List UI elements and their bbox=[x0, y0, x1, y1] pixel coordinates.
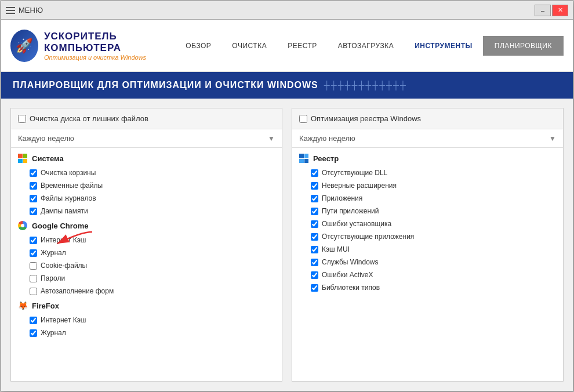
checkbox-chrome-cache[interactable] bbox=[30, 237, 37, 244]
nav-registry[interactable]: РЕЕСТР bbox=[277, 37, 328, 55]
list-item: Библиотеки типов bbox=[292, 281, 563, 294]
page-title: ПЛАНИРОВЩИК ДЛЯ ОПТИМИЗАЦИИ И ОЧИСТКИ WI… bbox=[13, 80, 318, 90]
right-panel-dropdown[interactable]: Каждую неделю ▼ bbox=[292, 129, 563, 148]
checkbox-missing-dll[interactable] bbox=[311, 169, 318, 177]
group-registry-label: Реестр bbox=[313, 154, 339, 163]
left-panel-dropdown[interactable]: Каждую неделю ▼ bbox=[11, 129, 282, 148]
hamburger-menu[interactable] bbox=[6, 7, 15, 14]
list-item: Приложения bbox=[292, 192, 563, 205]
label-win-services[interactable]: Службы Windows bbox=[322, 258, 378, 266]
label-chrome-cache[interactable]: Интернет Кэш bbox=[41, 236, 86, 244]
label-missing-dll[interactable]: Отсутствующие DLL bbox=[322, 169, 387, 177]
list-item: Неверные расширения bbox=[292, 179, 563, 192]
nav-cleaning[interactable]: ОЧИСТКА bbox=[221, 37, 277, 55]
checkbox-dumps[interactable] bbox=[30, 208, 37, 215]
right-dropdown-arrow: ▼ bbox=[549, 135, 556, 143]
checkbox-ff-cache[interactable] bbox=[30, 317, 37, 324]
checkbox-mui-cache[interactable] bbox=[311, 246, 318, 253]
disk-cleanup-checkbox[interactable] bbox=[18, 115, 26, 123]
left-dropdown-value: Каждую неделю bbox=[18, 134, 74, 143]
label-chrome-passwords[interactable]: Пароли bbox=[41, 274, 65, 282]
list-item: Интернет Кэш bbox=[11, 234, 282, 246]
windows-icon bbox=[18, 154, 27, 163]
label-missing-apps[interactable]: Отсутствующие приложения bbox=[322, 233, 414, 241]
list-item: Журнал bbox=[11, 246, 282, 259]
app-header: 🚀 УСКОРИТЕЛЬ КОМПЬЮТЕРА Оптимизация и оч… bbox=[1, 20, 573, 72]
window-controls: – ✕ bbox=[535, 5, 568, 16]
registry-icon bbox=[299, 154, 308, 163]
nav-tools[interactable]: ИНСТРУМЕНТЫ bbox=[404, 37, 483, 55]
label-mui-cache[interactable]: Кэш MUI bbox=[322, 245, 350, 253]
label-dumps[interactable]: Дампы памяти bbox=[41, 207, 88, 215]
label-chrome-history[interactable]: Журнал bbox=[41, 249, 66, 257]
left-panel: Очистка диска от лишних файлов Каждую не… bbox=[10, 108, 282, 382]
group-registry: Реестр bbox=[292, 150, 563, 166]
logo-title: УСКОРИТЕЛЬ КОМПЬЮТЕРА bbox=[44, 31, 175, 54]
group-chrome: Google Chrome bbox=[11, 217, 282, 234]
firefox-icon: 🦊 bbox=[18, 301, 27, 310]
nav-overview[interactable]: ОБЗОР bbox=[175, 37, 221, 55]
list-item: Пути приложений bbox=[292, 205, 563, 217]
chrome-icon bbox=[18, 221, 27, 230]
page-title-bar: ПЛАНИРОВЩИК ДЛЯ ОПТИМИЗАЦИИ И ОЧИСТКИ WI… bbox=[1, 72, 573, 99]
registry-optimize-checkbox[interactable] bbox=[299, 115, 307, 123]
checkbox-tempfiles[interactable] bbox=[30, 182, 37, 190]
menu-label: МЕНЮ bbox=[19, 6, 43, 14]
label-recycle[interactable]: Очистка корзины bbox=[41, 169, 96, 177]
label-activex[interactable]: Ошибки ActiveX bbox=[322, 271, 373, 279]
group-chrome-label: Google Chrome bbox=[32, 222, 89, 230]
checkbox-missing-apps[interactable] bbox=[311, 233, 318, 241]
checkbox-chrome-passwords[interactable] bbox=[30, 275, 37, 282]
list-item: Автозаполнение форм bbox=[11, 285, 282, 297]
label-wrong-ext[interactable]: Неверные расширения bbox=[322, 182, 397, 190]
label-type-libs[interactable]: Библиотеки типов bbox=[322, 284, 380, 292]
checkbox-activex[interactable] bbox=[311, 271, 318, 279]
label-installer-errors[interactable]: Ошибки установщика bbox=[322, 220, 391, 228]
registry-optimize-label[interactable]: Оптимизация реестра Windows bbox=[311, 114, 421, 123]
checkbox-installer-errors[interactable] bbox=[311, 220, 318, 228]
checkbox-apps[interactable] bbox=[311, 195, 318, 202]
logo-text: УСКОРИТЕЛЬ КОМПЬЮТЕРА Оптимизация и очис… bbox=[44, 31, 175, 61]
checkbox-chrome-cookies[interactable] bbox=[30, 262, 37, 270]
checkbox-chrome-autofill[interactable] bbox=[30, 288, 37, 295]
list-item: Отсутствующие DLL bbox=[292, 166, 563, 179]
disk-cleanup-label[interactable]: Очистка диска от лишних файлов bbox=[30, 114, 148, 123]
group-firefox: 🦊 FireFox bbox=[11, 297, 282, 314]
checkbox-wrong-ext[interactable] bbox=[311, 182, 318, 190]
label-ff-history[interactable]: Журнал bbox=[41, 329, 66, 337]
label-apps[interactable]: Приложения bbox=[322, 194, 362, 202]
nav-bar: ОБЗОР ОЧИСТКА РЕЕСТР АВТОЗАГРУЗКА ИНСТРУ… bbox=[175, 36, 564, 56]
checkbox-chrome-history[interactable] bbox=[30, 249, 37, 257]
right-panel-list: Реестр Отсутствующие DLL Неверные расшир… bbox=[292, 148, 563, 381]
right-panel-checkbox-row: Оптимизация реестра Windows bbox=[299, 114, 556, 123]
list-item: Очистка корзины bbox=[11, 166, 282, 179]
nav-scheduler[interactable]: ПЛАНИРОВЩИК bbox=[483, 36, 564, 56]
list-item: Cookie-файлы bbox=[11, 259, 282, 272]
right-dropdown-value: Каждую неделю bbox=[299, 134, 355, 143]
label-ff-cache[interactable]: Интернет Кэш bbox=[41, 316, 86, 324]
close-button[interactable]: ✕ bbox=[552, 5, 568, 16]
checkbox-type-libs[interactable] bbox=[311, 284, 318, 292]
label-logs[interactable]: Файлы журналов bbox=[41, 194, 96, 202]
logo-area: 🚀 УСКОРИТЕЛЬ КОМПЬЮТЕРА Оптимизация и оч… bbox=[10, 30, 175, 62]
checkbox-app-paths[interactable] bbox=[311, 208, 318, 215]
checkbox-recycle[interactable] bbox=[30, 169, 37, 177]
minimize-button[interactable]: – bbox=[535, 5, 551, 16]
list-item: Файлы журналов bbox=[11, 192, 282, 205]
label-chrome-autofill[interactable]: Автозаполнение форм bbox=[41, 287, 114, 295]
logo-subtitle: Оптимизация и очистка Windows bbox=[44, 54, 175, 61]
label-chrome-cookies[interactable]: Cookie-файлы bbox=[41, 262, 87, 270]
group-system: Система bbox=[11, 150, 282, 166]
list-item: Дампы памяти bbox=[11, 205, 282, 217]
checkbox-ff-history[interactable] bbox=[30, 329, 37, 337]
right-panel: Оптимизация реестра Windows Каждую недел… bbox=[292, 108, 564, 382]
list-item: Интернет Кэш bbox=[11, 314, 282, 326]
nav-autostart[interactable]: АВТОЗАГРУЗКА bbox=[328, 37, 404, 55]
checkbox-win-services[interactable] bbox=[311, 259, 318, 266]
checkbox-logs[interactable] bbox=[30, 195, 37, 202]
main-content: Очистка диска от лишних файлов Каждую не… bbox=[1, 99, 573, 391]
list-item: Пароли bbox=[11, 272, 282, 285]
label-tempfiles[interactable]: Временные файлы bbox=[41, 182, 103, 190]
label-app-paths[interactable]: Пути приложений bbox=[322, 207, 379, 215]
list-item: Службы Windows bbox=[292, 256, 563, 268]
